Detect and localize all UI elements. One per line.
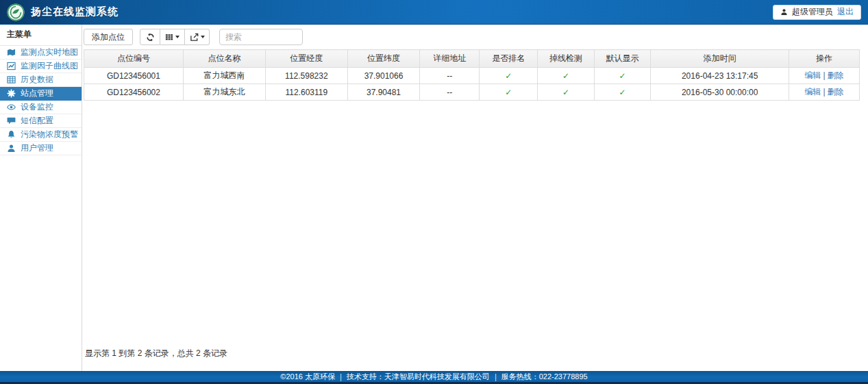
- export-button[interactable]: [185, 29, 210, 45]
- cell-latitude: 37.90481: [347, 84, 419, 101]
- sidebar-title: 主菜单: [0, 25, 82, 46]
- eye-icon: [7, 103, 16, 112]
- user-icon: [780, 8, 788, 16]
- sidebar-item-label: 设备监控: [21, 101, 53, 113]
- col-header-point-id: 点位编号: [84, 50, 184, 68]
- check-icon: ✓: [562, 88, 569, 97]
- action-separator: |: [823, 87, 825, 97]
- cell-actions: 编辑|删除: [789, 84, 859, 101]
- sidebar-item-device-monitor[interactable]: 设备监控: [0, 101, 82, 114]
- bell-icon: [7, 130, 16, 139]
- cell-point-name: 富力城西南: [183, 68, 265, 84]
- col-header-latitude: 位置纬度: [347, 50, 419, 68]
- comment-icon: [7, 116, 16, 125]
- sidebar-item-label: 污染物浓度预警: [21, 129, 78, 140]
- table-row: GD123456001 富力城西南 112.598232 37.901066 -…: [84, 68, 860, 84]
- cell-ranked: ✓: [480, 84, 538, 101]
- pagination-summary: 显示第 1 到第 2 条记录，总共 2 条记录: [84, 348, 860, 371]
- logout-link[interactable]: 退出: [837, 6, 854, 18]
- sidebar-item-label: 用户管理: [21, 142, 53, 154]
- user-name-label: 超级管理员: [792, 6, 833, 18]
- cell-point-id: GD123456002: [84, 84, 184, 101]
- delete-link[interactable]: 删除: [828, 71, 844, 80]
- sidebar-item-label: 监测因子曲线图: [21, 60, 78, 72]
- user-account-button[interactable]: 超级管理员 退出: [773, 5, 861, 20]
- sidebar-item-label: 短信配置: [21, 115, 53, 127]
- refresh-button[interactable]: [140, 29, 160, 45]
- table-toolbar: 添加点位: [84, 29, 860, 45]
- check-icon: ✓: [505, 71, 512, 81]
- chevron-down-icon: [201, 36, 205, 38]
- user-icon: [7, 144, 16, 153]
- cell-added-time: 2016-04-23 13:17:45: [651, 68, 789, 84]
- footer-text: ©2016 太原环保 ｜ 技术支持：天津智易时代科技发展有限公司 ｜ 服务热线：…: [0, 371, 868, 382]
- edit-link[interactable]: 编辑: [804, 87, 821, 97]
- app-window: 扬尘在线监测系统 超级管理员 退出 主菜单 监测点实时地图: [0, 0, 868, 384]
- cell-point-id: GD123456001: [84, 68, 184, 84]
- cell-longitude: 112.603119: [265, 84, 347, 101]
- col-header-actions: 操作: [789, 50, 859, 68]
- sidebar-item-label: 历史数据: [21, 74, 53, 86]
- app-logo-icon: [7, 3, 25, 21]
- col-header-added-time: 添加时间: [651, 50, 789, 68]
- cell-longitude: 112.598232: [265, 68, 347, 84]
- cell-address: --: [420, 84, 480, 101]
- col-header-offline-check: 掉线检测: [538, 50, 595, 68]
- cell-added-time: 2016-05-30 00:00:00: [651, 84, 789, 101]
- line-chart-icon: [7, 62, 16, 71]
- cell-latitude: 37.901066: [347, 68, 419, 84]
- search-input[interactable]: [219, 29, 303, 45]
- app-title: 扬尘在线监测系统: [31, 5, 119, 18]
- check-icon: ✓: [505, 88, 512, 97]
- cell-address: --: [420, 68, 480, 84]
- sidebar-item-factor-curve[interactable]: 监测因子曲线图: [0, 60, 82, 73]
- top-header-bar: 扬尘在线监测系统 超级管理员 退出: [0, 0, 868, 25]
- page-footer: ©2016 太原环保 ｜ 技术支持：天津智易时代科技发展有限公司 ｜ 服务热线：…: [0, 371, 868, 384]
- col-header-point-name: 点位名称: [183, 50, 265, 68]
- cell-ranked: ✓: [480, 68, 538, 84]
- check-icon: ✓: [619, 71, 626, 81]
- cell-offline-check: ✓: [538, 68, 595, 84]
- cell-actions: 编辑|删除: [789, 68, 859, 84]
- col-header-address: 详细地址: [420, 50, 480, 68]
- col-header-ranked: 是否排名: [480, 50, 538, 68]
- sidebar-item-label: 监测点实时地图: [21, 47, 78, 58]
- col-header-longitude: 位置经度: [265, 50, 347, 68]
- refresh-icon: [146, 33, 155, 42]
- main-content: 添加点位: [82, 25, 868, 371]
- map-icon: [7, 48, 16, 57]
- delete-link[interactable]: 删除: [828, 87, 844, 97]
- content-spacer: [84, 101, 860, 348]
- check-icon: ✓: [619, 88, 626, 97]
- cell-point-name: 富力城东北: [183, 84, 265, 101]
- cell-offline-check: ✓: [538, 84, 595, 101]
- table-icon: [7, 75, 16, 84]
- table-row: GD123456002 富力城东北 112.603119 37.90481 --…: [84, 84, 860, 101]
- edit-link[interactable]: 编辑: [804, 71, 821, 80]
- gear-icon: [7, 89, 16, 98]
- columns-toggle-button[interactable]: [160, 29, 185, 45]
- cell-default-show: ✓: [594, 84, 651, 101]
- sidebar-item-realtime-map[interactable]: 监测点实时地图: [0, 46, 82, 60]
- check-icon: ✓: [562, 71, 569, 81]
- col-header-default-show: 默认显示: [594, 50, 651, 68]
- cell-default-show: ✓: [594, 68, 651, 84]
- table-header-row: 点位编号 点位名称 位置经度 位置纬度 详细地址 是否排名 掉线检测 默认显示 …: [84, 50, 860, 68]
- action-separator: |: [823, 71, 825, 80]
- export-icon: [190, 33, 199, 42]
- columns-icon: [165, 33, 173, 41]
- body-wrapper: 主菜单 监测点实时地图 监测因子曲线图: [0, 25, 868, 371]
- sidebar-item-sms-config[interactable]: 短信配置: [0, 114, 82, 128]
- add-point-button[interactable]: 添加点位: [84, 29, 133, 45]
- table-tools-group: [140, 29, 210, 45]
- chevron-down-icon: [175, 36, 179, 38]
- sites-table: 点位编号 点位名称 位置经度 位置纬度 详细地址 是否排名 掉线检测 默认显示 …: [84, 49, 860, 101]
- sidebar-item-history-data[interactable]: 历史数据: [0, 73, 82, 87]
- sidebar-item-user-management[interactable]: 用户管理: [0, 142, 82, 155]
- sidebar-item-site-management[interactable]: 站点管理: [0, 87, 82, 101]
- sidebar-item-pollution-warning[interactable]: 污染物浓度预警: [0, 128, 82, 142]
- sidebar-menu: 主菜单 监测点实时地图 监测因子曲线图: [0, 25, 82, 371]
- sidebar-item-label: 站点管理: [21, 88, 53, 99]
